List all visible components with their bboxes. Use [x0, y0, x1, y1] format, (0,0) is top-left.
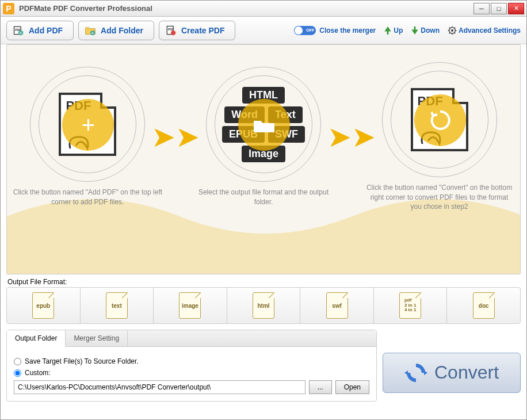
maximize-button[interactable]: □: [491, 3, 507, 14]
step-3: PDF Click the button named "Convert" on …: [359, 62, 520, 212]
convert-highlight-icon: [414, 94, 466, 146]
title-bar: P PDFMate PDF Converter Professional ─ □…: [1, 1, 526, 17]
format-html[interactable]: html: [227, 288, 301, 323]
format-pdf[interactable]: pdf 2 in 1 4 in 1: [374, 288, 448, 323]
close-merger-label: Close the merger: [319, 26, 376, 35]
tab-output-folder[interactable]: Output Folder: [7, 330, 66, 347]
format-epub[interactable]: epub: [7, 288, 81, 323]
add-highlight-icon: +: [62, 99, 114, 151]
folder-highlight-icon: [238, 99, 290, 151]
output-path-input[interactable]: [14, 380, 305, 394]
arrow-icon: ➤➤: [327, 120, 376, 154]
create-pdf-label: Create PDF: [181, 26, 224, 35]
svg-line-17: [449, 33, 450, 33]
radio-source-folder[interactable]: [14, 358, 21, 365]
svg-line-18: [455, 27, 455, 28]
arrow-icon: ➤➤: [151, 120, 200, 154]
svg-point-8: [171, 30, 175, 35]
step-3-description: Click the button named "Convert" on the …: [359, 183, 520, 212]
main-toolbar: PDF+ Add PDF + Add Folder PDF Create PDF…: [1, 17, 526, 44]
settings-panel: Output Folder Merger Setting Save Target…: [6, 330, 377, 402]
add-folder-label: Add Folder: [101, 26, 143, 35]
add-folder-button[interactable]: + Add Folder: [78, 21, 154, 40]
down-arrow-icon: [411, 26, 419, 35]
svg-text:+: +: [20, 30, 22, 35]
format-image[interactable]: image: [154, 288, 227, 323]
window-title: PDFMate PDF Converter Professional: [19, 4, 473, 13]
open-folder-button[interactable]: Open: [335, 380, 369, 394]
minimize-button[interactable]: ─: [473, 3, 490, 14]
step-2-description: Select the output file format and the ou…: [183, 188, 344, 207]
format-swf[interactable]: swf: [300, 288, 374, 323]
step-1: PDF + Click the button named "Add PDF" o…: [7, 67, 168, 207]
add-pdf-button[interactable]: PDF+ Add PDF: [6, 21, 74, 40]
output-format-label: Output File Format:: [7, 278, 520, 286]
svg-point-10: [451, 29, 453, 32]
format-doc[interactable]: doc: [447, 288, 520, 323]
merger-toggle[interactable]: OFF: [294, 26, 316, 35]
create-pdf-icon: PDF: [165, 25, 177, 36]
instructions-stage: PDF + Click the button named "Add PDF" o…: [6, 44, 521, 274]
format-text[interactable]: text: [81, 288, 154, 323]
step-2: HTML WordText EPUBSWF Image Select the o…: [183, 67, 344, 207]
move-down-button[interactable]: Down: [411, 26, 440, 35]
browse-button[interactable]: ...: [309, 380, 332, 394]
create-pdf-button[interactable]: PDF Create PDF: [159, 21, 235, 40]
add-pdf-icon: PDF+: [13, 25, 24, 36]
svg-text:+: +: [91, 30, 94, 35]
radio-source-label: Save Target File(s) To Source Folder.: [25, 357, 139, 365]
advanced-settings-button[interactable]: Advanced Settings: [448, 26, 521, 35]
step-1-description: Click the button named "Add PDF" on the …: [7, 188, 168, 207]
svg-line-16: [455, 33, 455, 33]
tab-merger-setting[interactable]: Merger Setting: [66, 330, 128, 346]
up-arrow-icon: [384, 26, 392, 35]
radio-custom-folder[interactable]: [14, 369, 21, 377]
move-up-button[interactable]: Up: [384, 26, 403, 35]
add-folder-icon: +: [85, 25, 96, 36]
output-format-selector: epub text image html swf pdf 2 in 1 4 in…: [6, 287, 521, 324]
close-button[interactable]: ✕: [508, 3, 524, 14]
convert-button[interactable]: Convert: [383, 353, 521, 393]
gear-icon: [448, 26, 457, 35]
convert-label: Convert: [434, 362, 499, 383]
radio-custom-label: Custom:: [25, 369, 51, 377]
add-pdf-label: Add PDF: [29, 26, 63, 35]
convert-icon: [404, 361, 427, 384]
svg-line-15: [449, 27, 450, 28]
app-logo-icon: P: [3, 3, 14, 14]
